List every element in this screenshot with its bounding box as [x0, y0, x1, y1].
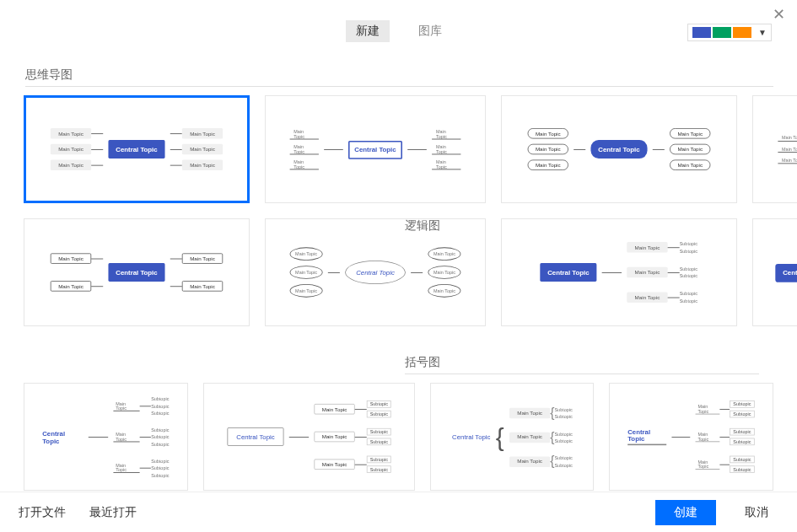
section-title-brace: 括号图 — [405, 355, 759, 374]
top-tabs: 新建 图库 — [0, 0, 797, 42]
template-card[interactable]: Main Topic Main Topic Main Topic Central… — [24, 95, 250, 203]
tab-library[interactable]: 图库 — [408, 20, 452, 42]
new-document-dialog: ✕ 新建 图库 ▼ 思维导图 Main Topic Main Topic Mai… — [0, 0, 797, 532]
template-card[interactable]: Central Topic Main Topic SubtopicSubtopi… — [609, 383, 773, 491]
cancel-button[interactable]: 取消 — [735, 500, 778, 525]
section-title-logic: 逻辑图 — [405, 218, 759, 234]
template-card[interactable]: Main Topic Main Topic Main Topic Central… — [265, 95, 486, 203]
template-card[interactable]: Main Topic Main Topic Main Topic Central… — [501, 95, 737, 203]
template-card[interactable]: Central Topic Main Topic SubtopicSubtopi… — [752, 218, 797, 326]
create-button[interactable]: 创建 — [655, 500, 716, 525]
template-card[interactable]: Main Topic Main Topic Main Topic Central… — [265, 218, 486, 326]
chevron-down-icon: ▼ — [758, 28, 767, 37]
template-card[interactable]: Central Topic Main Topic SubtopicSubtopi… — [203, 383, 415, 491]
recent-files-button[interactable]: 最近打开 — [89, 505, 137, 520]
swatch-3 — [733, 27, 751, 38]
color-scheme-dropdown[interactable]: ▼ — [687, 24, 772, 41]
close-icon[interactable]: ✕ — [773, 5, 785, 24]
swatch-2 — [713, 27, 731, 38]
open-file-button[interactable]: 打开文件 — [19, 505, 66, 520]
template-card[interactable]: Main Topic Main Topic Main Topic CENTRAL… — [752, 95, 797, 203]
template-card[interactable]: Main Topic Main Topic Central Topic Main… — [24, 218, 250, 326]
template-gallery[interactable]: 思维导图 Main Topic Main Topic Main Topic Ce… — [0, 51, 797, 492]
template-card[interactable]: Central Topic Main Topic SubtopicSubtopi… — [24, 383, 188, 491]
section-title-mindmap: 思维导图 — [25, 67, 773, 87]
template-card[interactable]: Central Topic Main Topic SubtopicSubtopi… — [501, 218, 737, 326]
tab-new[interactable]: 新建 — [346, 20, 390, 42]
swatch-1 — [692, 27, 711, 38]
dialog-footer: 打开文件 最近打开 创建 取消 — [0, 492, 797, 532]
grid-mindmap: Main Topic Main Topic Main Topic Central… — [24, 95, 773, 326]
grid-brace: Central Topic Main Topic SubtopicSubtopi… — [24, 383, 773, 491]
template-card[interactable]: Central Topic { Main Topic{ SubtopicSubt… — [430, 383, 595, 491]
